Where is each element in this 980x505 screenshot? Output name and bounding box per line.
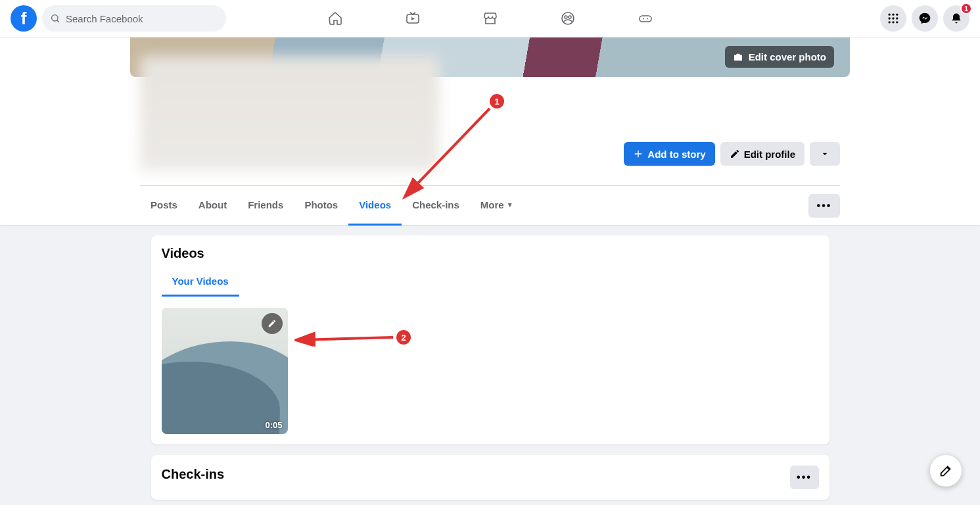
nav-right: 1 — [880, 5, 969, 32]
grid-icon — [887, 12, 900, 25]
new-message-button[interactable] — [930, 455, 962, 487]
add-to-story-label: Add to story — [647, 149, 705, 160]
svg-point-12 — [889, 17, 891, 19]
svg-point-7 — [643, 18, 644, 20]
videos-subtabs: Your Videos — [162, 268, 819, 297]
tab-photos[interactable]: Photos — [294, 186, 348, 226]
annotation-badge-1: 1 — [490, 94, 504, 108]
checkins-more-button[interactable]: ••• — [790, 466, 819, 489]
nav-left: f — [11, 5, 226, 32]
profile-actions: Add to story Edit profile — [624, 142, 840, 166]
videos-card: Videos Your Videos 0:05 — [151, 235, 829, 445]
search-input[interactable] — [66, 13, 218, 24]
camera-icon — [733, 52, 743, 62]
add-to-story-button[interactable]: Add to story — [624, 142, 714, 166]
svg-point-17 — [896, 21, 898, 23]
checkins-card: Check-ins ••• — [151, 455, 829, 500]
messenger-button[interactable] — [912, 5, 938, 32]
edit-cover-label: Edit cover photo — [749, 51, 826, 62]
nav-home[interactable] — [299, 0, 371, 37]
pencil-icon — [730, 149, 740, 159]
videos-card-title: Videos — [162, 246, 819, 261]
pencil-icon — [268, 319, 277, 328]
svg-point-16 — [892, 21, 894, 23]
subtab-your-videos[interactable]: Your Videos — [162, 268, 239, 297]
annotation-arrow-1 — [394, 102, 500, 207]
search-icon — [50, 13, 60, 24]
svg-point-11 — [896, 14, 898, 16]
edit-cover-button[interactable]: Edit cover photo — [725, 46, 834, 68]
svg-point-0 — [52, 15, 58, 21]
nav-groups[interactable] — [532, 0, 604, 37]
svg-point-10 — [892, 14, 894, 16]
groups-icon — [560, 11, 576, 26]
compose-icon — [939, 464, 953, 478]
menu-button[interactable] — [880, 5, 906, 32]
video-edit-button[interactable] — [262, 313, 283, 334]
video-thumbnail[interactable]: 0:05 — [162, 308, 288, 434]
nav-gaming[interactable] — [609, 0, 682, 37]
svg-point-15 — [889, 21, 891, 23]
top-nav: f 1 — [0, 0, 980, 37]
svg-line-20 — [300, 337, 393, 340]
tab-friends[interactable]: Friends — [237, 186, 294, 226]
facebook-logo[interactable]: f — [11, 5, 37, 32]
marketplace-icon — [482, 11, 498, 26]
annotation-badge-2: 2 — [396, 330, 411, 345]
plus-icon — [633, 149, 643, 159]
annotation-arrow-2 — [294, 331, 400, 347]
svg-line-1 — [57, 20, 59, 22]
chevron-down-icon — [820, 149, 830, 159]
home-icon — [327, 11, 343, 26]
nav-marketplace[interactable] — [454, 0, 526, 37]
messenger-icon — [918, 12, 931, 25]
page-body: Videos Your Videos 0:05 Check-ins ••• — [151, 235, 829, 500]
profile-more-button[interactable] — [810, 142, 840, 166]
edit-profile-label: Edit profile — [744, 149, 795, 160]
caret-down-icon: ▼ — [507, 201, 513, 208]
svg-rect-6 — [640, 16, 651, 22]
bell-icon — [950, 12, 963, 25]
nav-watch[interactable] — [377, 0, 449, 37]
nav-center — [299, 0, 682, 37]
svg-point-8 — [647, 18, 648, 20]
checkins-card-title: Check-ins — [162, 467, 225, 482]
svg-line-19 — [408, 108, 490, 194]
svg-point-5 — [569, 16, 571, 18]
svg-point-3 — [562, 12, 574, 24]
notifications-button[interactable]: 1 — [943, 5, 969, 32]
video-grid: 0:05 — [162, 308, 819, 434]
svg-point-14 — [896, 17, 898, 19]
gaming-icon — [638, 11, 653, 26]
tab-about[interactable]: About — [188, 186, 237, 226]
notifications-badge: 1 — [960, 3, 972, 14]
search-field[interactable] — [42, 5, 226, 32]
video-duration: 0:05 — [265, 420, 282, 430]
edit-profile-button[interactable]: Edit profile — [720, 142, 805, 166]
profile-tab-overflow-button[interactable]: ••• — [808, 194, 840, 218]
tab-posts[interactable]: Posts — [140, 186, 188, 226]
svg-point-4 — [565, 16, 567, 18]
watch-icon — [405, 11, 421, 26]
svg-point-9 — [889, 14, 891, 16]
svg-point-13 — [892, 17, 894, 19]
tab-videos[interactable]: Videos — [348, 186, 402, 226]
